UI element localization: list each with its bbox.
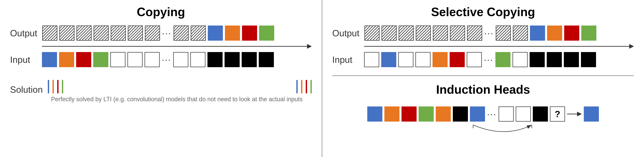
sel-in-orange: [432, 52, 448, 67]
bar-orange-1: [52, 80, 54, 93]
arrow-line: [42, 46, 307, 47]
sel-out-orange: [547, 26, 562, 41]
output-box-orange: [225, 26, 240, 41]
selective-output-row: Output ···: [332, 26, 634, 41]
selective-input-row: Input ···: [332, 52, 634, 67]
sel-in-blue: [381, 52, 396, 67]
sel-out-6: [450, 26, 465, 41]
input-box-black4: [259, 52, 274, 67]
output-box-8: [174, 26, 189, 41]
bar-green-1: [62, 80, 63, 93]
input-box-white3: [144, 52, 160, 67]
output-row: Output ···: [10, 26, 312, 41]
ind-box-blue2: [470, 106, 485, 122]
ind-answer-blue: [584, 106, 599, 122]
ind-arrow-head: [577, 112, 582, 116]
sel-out-blue: [530, 26, 545, 41]
selective-output-boxes: ···: [364, 26, 634, 41]
input-box-red: [76, 52, 91, 67]
output-box-red: [242, 26, 257, 41]
input-boxes: ···: [42, 52, 312, 67]
sel-in-black1: [530, 52, 545, 67]
induction-heads-section: Induction Heads ··· ?: [332, 83, 634, 143]
direction-arrow: [42, 44, 312, 49]
ind-box-white2: [516, 106, 531, 122]
sel-in-black4: [581, 52, 596, 67]
induction-result-arrow: [567, 112, 582, 116]
solution-label: Solution: [10, 85, 43, 94]
output-box-4: [94, 26, 109, 41]
selective-arrow-line: [364, 46, 629, 47]
ind-dots: ···: [487, 109, 496, 119]
input-box-white2: [128, 52, 142, 67]
sel-out-9: [513, 26, 528, 41]
sel-in-dots: ···: [484, 54, 494, 65]
input-dots: ···: [162, 54, 171, 65]
ind-box-green: [418, 106, 434, 122]
input-box-white4: [173, 52, 188, 67]
selective-input-boxes: ···: [364, 52, 634, 67]
output-dots: ···: [162, 28, 172, 38]
bar-orange-2: [301, 80, 302, 93]
sel-out-1: [364, 26, 380, 41]
sel-in-white2: [398, 52, 414, 67]
bar-green-2: [310, 80, 312, 93]
arrow-head: [307, 44, 312, 49]
sel-out-dots: ···: [484, 28, 494, 38]
sel-out-green: [581, 26, 596, 41]
input-box-orange: [59, 52, 74, 67]
output-box-green: [259, 26, 274, 41]
copying-panel: Copying Output ··· Input: [0, 0, 322, 157]
right-panel: Selective Copying Output ···: [322, 0, 644, 157]
induction-boxes-row: ··· ?: [332, 106, 634, 122]
sel-out-red: [564, 26, 579, 41]
induction-title: Induction Heads: [436, 83, 530, 96]
bar-red-1: [57, 80, 58, 93]
copying-title: Copying: [137, 5, 185, 19]
selective-arrow-row: [332, 44, 634, 49]
input-box-white5: [190, 52, 206, 67]
sel-out-2: [382, 26, 397, 41]
output-box-3: [76, 26, 92, 41]
sel-in-white5: [512, 52, 528, 67]
solution-row: Solution: [10, 74, 312, 94]
sel-out-7: [467, 26, 482, 41]
output-box-5: [111, 26, 126, 41]
sel-out-3: [399, 26, 414, 41]
output-box-blue: [208, 26, 223, 41]
output-box-2: [59, 26, 74, 41]
solution-bars: [48, 74, 312, 94]
ind-box-orange2: [436, 106, 451, 122]
ind-box-black2: [533, 106, 548, 122]
sel-in-white4: [467, 52, 482, 67]
ind-box-black: [453, 106, 468, 122]
output-box-1: [42, 26, 57, 41]
selective-copying-title: Selective Copying: [431, 5, 535, 19]
input-label: Input: [10, 55, 37, 64]
bar-red-2: [306, 80, 307, 93]
ind-arrow-line: [567, 114, 577, 114]
selective-copying-section: Selective Copying Output ···: [332, 5, 634, 76]
ind-box-red: [402, 106, 416, 122]
solution-caption: Perfectly solved by LTI (e.g. convolutio…: [10, 96, 312, 103]
selective-direction-arrow: [364, 44, 634, 49]
input-box-green: [93, 52, 108, 67]
sel-out-4: [416, 26, 431, 41]
sel-out-5: [433, 26, 448, 41]
output-label: Output: [10, 29, 37, 38]
sel-in-red: [450, 52, 465, 67]
output-box-6: [128, 26, 143, 41]
input-box-black3: [242, 52, 257, 67]
selective-input-label: Input: [332, 55, 359, 64]
selective-output-label: Output: [332, 29, 360, 38]
input-box-white1: [110, 52, 126, 67]
output-box-9: [191, 26, 206, 41]
sel-out-8: [496, 26, 511, 41]
sel-in-green: [496, 52, 510, 67]
ind-box-question: ?: [550, 106, 565, 122]
output-boxes: ···: [42, 26, 312, 41]
input-box-black2: [224, 52, 240, 67]
bar-blue-2: [296, 80, 298, 93]
solution-section: Solution: [10, 74, 312, 103]
ind-box-white1: [498, 106, 514, 122]
